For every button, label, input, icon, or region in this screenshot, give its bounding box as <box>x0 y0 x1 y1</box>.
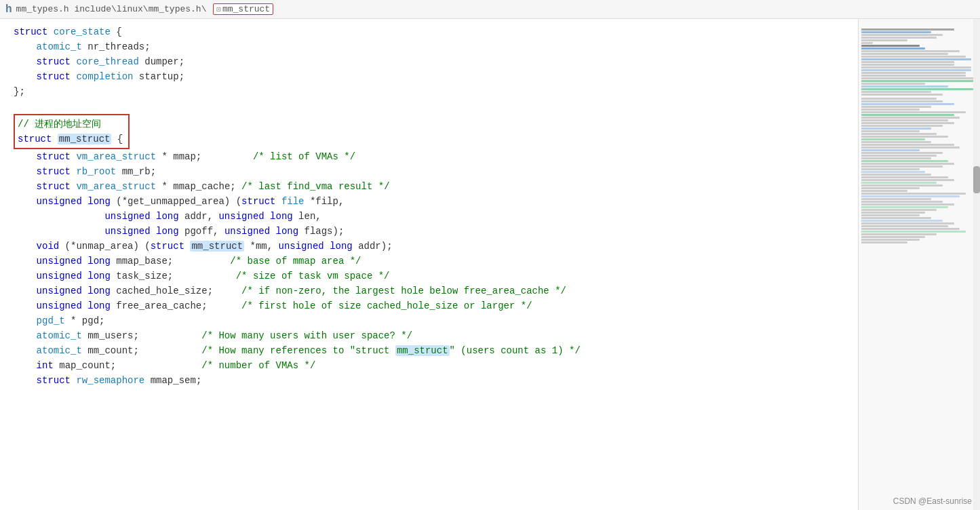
attribution: CSDN @East-sunrise <box>893 496 972 506</box>
vertical-scrollbar[interactable] <box>973 19 980 510</box>
breadcrumb-path: include\linux\mm_types.h\ <box>74 4 206 14</box>
code-line-3: struct core_thread dumper; <box>14 54 858 69</box>
code-line-18: unsigned long cached_hole_size; /* if no… <box>14 283 858 298</box>
minimap <box>858 19 980 510</box>
code-line-13: unsigned long addr, unsigned long len, <box>14 209 858 224</box>
code-line-19: unsigned long free_area_cache; /* first … <box>14 298 858 313</box>
code-line-23: int map_count; /* number of VMAs */ <box>14 358 858 373</box>
breadcrumb-symbol-icon: ⊡ <box>216 5 221 14</box>
code-line-4: struct completion startup; <box>14 69 858 84</box>
code-line-11: struct vm_area_struct * mmap_cache; /* l… <box>14 179 858 194</box>
main-content: struct core_state { atomic_t nr_threads;… <box>0 19 980 510</box>
code-line-16: unsigned long mmap_base; /* base of mmap… <box>14 254 858 269</box>
scrollbar-thumb[interactable] <box>973 166 980 193</box>
code-line-24: struct rw_semaphore mmap_sem; <box>14 373 858 388</box>
code-line-8: struct mm_struct { <box>18 132 123 146</box>
code-line-6 <box>14 99 858 114</box>
code-line-7: // 进程的地址空间 <box>18 117 123 132</box>
header-bar: h mm_types.h include\linux\mm_types.h\ ⊡… <box>0 0 980 19</box>
breadcrumb-symbol-text: mm_struct <box>222 4 270 14</box>
breadcrumb-symbol[interactable]: ⊡mm_struct <box>213 3 273 15</box>
breadcrumb-filename[interactable]: mm_types.h <box>16 4 69 14</box>
code-line-15: void (*unmap_area) (struct mm_struct *mm… <box>14 239 858 254</box>
code-line-22: atomic_t mm_count; /* How many reference… <box>14 343 858 358</box>
breadcrumb: mm_types.h include\linux\mm_types.h\ ⊡mm… <box>16 3 274 15</box>
code-line-20: pgd_t * pgd; <box>14 313 858 328</box>
code-line-2: atomic_t nr_threads; <box>14 39 858 54</box>
file-type-icon: h <box>5 3 12 16</box>
code-line-5: }; <box>14 84 858 99</box>
mm-struct-section-box: // 进程的地址空间 struct mm_struct { <box>14 114 130 149</box>
minimap-content <box>859 19 980 247</box>
code-line-21: atomic_t mm_users; /* How many users wit… <box>14 328 858 343</box>
code-line-9: struct vm_area_struct * mmap; /* list of… <box>14 149 858 164</box>
code-editor[interactable]: struct core_state { atomic_t nr_threads;… <box>0 19 858 510</box>
code-line-17: unsigned long task_size; /* size of task… <box>14 269 858 283</box>
code-line-14: unsigned long pgoff, unsigned long flags… <box>14 224 858 239</box>
code-line-12: unsigned long (*get_unmapped_area) (stru… <box>14 194 858 209</box>
attribution-text: CSDN @East-sunrise <box>893 496 972 506</box>
code-line-1: struct core_state { <box>14 24 858 39</box>
code-line-10: struct rb_root mm_rb; <box>14 164 858 179</box>
